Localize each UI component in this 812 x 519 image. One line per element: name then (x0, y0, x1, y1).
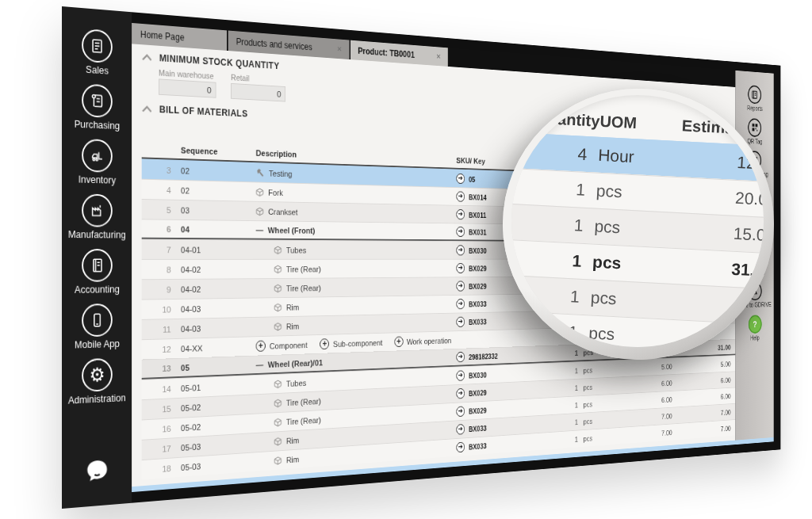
col-description: Description (256, 148, 457, 164)
collapse-chevron-icon[interactable] (142, 53, 152, 61)
arrow-link-icon: ➔ (456, 442, 465, 453)
component-box-icon (274, 399, 282, 408)
sku-link[interactable]: ➔BX033 (456, 435, 559, 452)
sidebar-item-manufacturing[interactable]: Manufacturing (62, 193, 132, 241)
sales-document-icon (82, 29, 113, 63)
tab-close-icon[interactable]: ✕ (431, 52, 441, 61)
add-work-operation-button[interactable]: +Work operation (394, 335, 451, 347)
reports-book-icon (749, 85, 762, 104)
magnifier-lens: Quantity UOM Estimated co 4Hour12.00 1pc… (503, 89, 774, 360)
inventory-forklift-icon (82, 139, 113, 173)
sidebar-item-administration[interactable]: ⚙ Administration (62, 357, 132, 406)
chat-bubble-icon (85, 456, 109, 485)
arrow-link-icon: ➔ (456, 299, 465, 309)
sidebar-item-purchasing[interactable]: Purchasing (62, 82, 132, 132)
main-warehouse-input[interactable] (159, 78, 216, 97)
component-box-icon (274, 437, 282, 446)
work-operation-icon (256, 168, 265, 177)
arrow-link-icon: ➔ (456, 281, 465, 292)
plus-icon: + (256, 341, 266, 352)
toolbar-item-help[interactable]: ? Help (749, 315, 762, 342)
arrow-link-icon: ➔ (456, 174, 465, 184)
magnifier-lens-content: Quantity UOM Estimated co 4Hour12.00 1pc… (511, 95, 764, 347)
assembly-minus-icon[interactable]: — (256, 360, 263, 369)
arrow-link-icon: ➔ (456, 352, 465, 362)
help-question-icon: ? (749, 315, 762, 334)
purchasing-scroll-icon (82, 83, 113, 118)
plus-icon: + (320, 338, 330, 349)
arrow-link-icon: ➔ (456, 227, 465, 237)
component-box-icon (274, 418, 282, 427)
left-sidebar: Sales Purchasing Inventory Manufacturing (62, 6, 132, 509)
add-sub-component-button[interactable]: +Sub-component (320, 337, 383, 349)
lens-col-uom: UOM (599, 112, 672, 134)
collapse-chevron-icon[interactable] (142, 105, 152, 113)
toolbar-item-qr-tag[interactable]: QR Tag (747, 118, 762, 146)
manufacturing-factory-icon (82, 194, 113, 227)
arrow-link-icon: ➔ (456, 191, 465, 201)
component-box-icon (274, 265, 282, 273)
mobile-phone-icon (82, 303, 113, 337)
component-box-icon (274, 246, 282, 254)
sku-link[interactable]: ➔298182332 (456, 349, 559, 363)
component-box-icon (256, 188, 264, 197)
tab-close-icon[interactable]: ✕ (331, 44, 342, 53)
arrow-link-icon: ➔ (456, 388, 465, 399)
arrow-link-icon: ➔ (456, 424, 465, 435)
sidebar-label: Sales (86, 64, 109, 77)
sidebar-item-mobile-app[interactable]: Mobile App (62, 303, 132, 351)
component-box-icon (256, 207, 264, 216)
page: Sales Purchasing Inventory Manufacturing (0, 0, 812, 519)
sku-link[interactable]: ➔BX030 (456, 366, 559, 381)
gear-icon: ⚙ (82, 358, 113, 392)
component-box-icon (274, 284, 282, 292)
arrow-link-icon: ➔ (456, 245, 465, 255)
component-box-icon (274, 303, 282, 311)
component-box-icon (274, 456, 282, 465)
arrow-link-icon: ➔ (456, 263, 465, 273)
col-sequence: Sequence (181, 146, 256, 158)
arrow-link-icon: ➔ (456, 406, 465, 417)
arrow-link-icon: ➔ (456, 209, 465, 219)
section-title: BILL OF MATERIALS (159, 104, 248, 119)
sidebar-item-sales[interactable]: Sales (62, 27, 132, 78)
sidebar-item-accounting[interactable]: Accounting (62, 249, 132, 296)
add-component-button[interactable]: +Component (256, 339, 308, 352)
arrow-link-icon: ➔ (456, 317, 465, 327)
component-box-icon (274, 322, 282, 330)
accounting-ledger-icon (82, 249, 113, 282)
chat-button[interactable] (62, 455, 132, 487)
plus-icon: + (394, 336, 403, 347)
component-box-icon (274, 380, 282, 389)
qr-code-icon (749, 118, 762, 137)
arrow-link-icon: ➔ (456, 370, 465, 381)
sku-link[interactable]: ➔BX029 (456, 384, 559, 399)
sidebar-item-inventory[interactable]: Inventory (62, 138, 132, 186)
assembly-minus-icon[interactable]: — (256, 225, 263, 234)
retail-input[interactable] (231, 83, 285, 102)
toolbar-item-reports[interactable]: Reports (747, 85, 763, 113)
